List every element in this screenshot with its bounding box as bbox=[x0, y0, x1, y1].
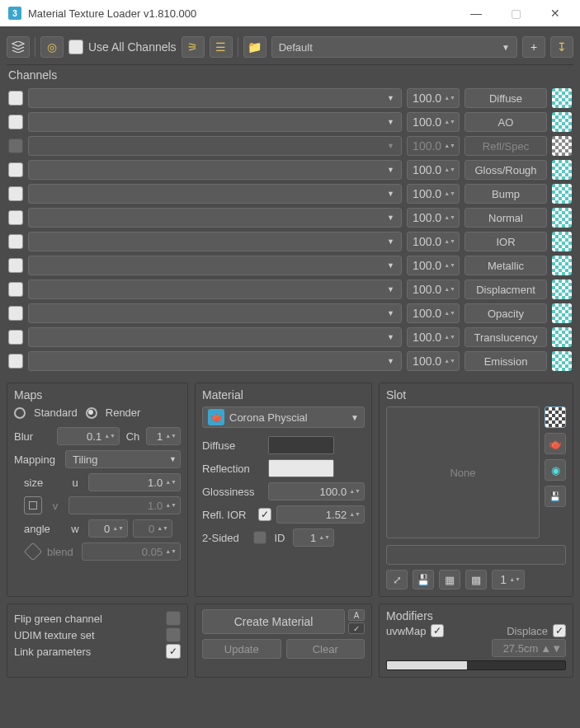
channel-10-checkbox[interactable] bbox=[8, 330, 23, 345]
ior-checkbox[interactable]: ✓ bbox=[258, 508, 271, 521]
blend-spinner[interactable]: 0.05▲▼ bbox=[82, 542, 181, 561]
channel-4-combo[interactable]: ▼ bbox=[28, 184, 402, 204]
channel-0-checkbox[interactable] bbox=[8, 91, 23, 106]
channel-4-checkbox[interactable] bbox=[8, 186, 23, 201]
mapping-combo[interactable]: Tiling▼ bbox=[65, 450, 181, 468]
save-preset-button[interactable]: ↧ bbox=[550, 36, 573, 58]
channel-0-button[interactable]: Diffuse bbox=[464, 88, 547, 108]
channel-7-checkbox[interactable] bbox=[8, 258, 23, 273]
channel-10-button[interactable]: Translucency bbox=[464, 327, 547, 347]
uvwmap-checkbox[interactable]: ✓ bbox=[431, 624, 444, 637]
channel-5-button[interactable]: Normal bbox=[464, 208, 547, 228]
channel-2-button[interactable]: Refl/Spec bbox=[464, 136, 547, 156]
channel-8-swatch[interactable] bbox=[552, 279, 572, 299]
diffuse-color[interactable] bbox=[268, 436, 334, 454]
slot-sphere-button[interactable]: ◉ bbox=[545, 459, 566, 481]
flip-green-checkbox[interactable] bbox=[166, 611, 181, 626]
channel-2-swatch[interactable] bbox=[552, 136, 572, 156]
channel-0-swatch[interactable] bbox=[552, 88, 572, 108]
channel-3-checkbox[interactable] bbox=[8, 162, 23, 177]
slot-checker-button[interactable] bbox=[545, 406, 566, 428]
slot-tool-1[interactable]: ⤢ bbox=[386, 570, 408, 589]
channel-3-button[interactable]: Gloss/Rough bbox=[464, 160, 547, 180]
channel-10-combo[interactable]: ▼ bbox=[28, 327, 402, 347]
slot-tool-4[interactable]: ▩ bbox=[465, 570, 487, 589]
channel-3-spinner[interactable]: 100.0▲▼ bbox=[407, 160, 460, 180]
minimize-button[interactable]: — bbox=[460, 0, 493, 26]
channel-2-combo[interactable]: ▼ bbox=[28, 136, 402, 156]
channel-5-swatch[interactable] bbox=[552, 208, 572, 228]
channel-4-spinner[interactable]: 100.0▲▼ bbox=[407, 184, 460, 204]
channel-9-checkbox[interactable] bbox=[8, 306, 23, 321]
layers-button[interactable] bbox=[7, 36, 30, 58]
channel-8-spinner[interactable]: 100.0▲▼ bbox=[407, 279, 460, 299]
channel-11-swatch[interactable] bbox=[552, 351, 572, 371]
ior-spinner[interactable]: 1.52▲▼ bbox=[276, 505, 365, 524]
channel-11-checkbox[interactable] bbox=[8, 354, 23, 369]
channel-0-spinner[interactable]: 100.0▲▼ bbox=[407, 88, 460, 108]
channel-11-spinner[interactable]: 100.0▲▼ bbox=[407, 351, 460, 371]
channel-9-button[interactable]: Opacity bbox=[464, 303, 547, 323]
a-toggle-bottom[interactable]: ✓ bbox=[348, 622, 365, 634]
angle-lock-button[interactable] bbox=[24, 542, 43, 561]
ch-spinner[interactable]: 1▲▼ bbox=[146, 427, 181, 445]
channel-6-button[interactable]: IOR bbox=[464, 232, 547, 251]
channel-7-swatch[interactable] bbox=[552, 256, 572, 275]
channel-4-swatch[interactable] bbox=[552, 184, 572, 204]
channel-11-combo[interactable]: ▼ bbox=[28, 351, 402, 371]
w2-spinner[interactable]: 0▲▼ bbox=[133, 519, 172, 538]
channel-2-spinner[interactable]: 100.0▲▼ bbox=[407, 136, 460, 156]
channel-7-spinner[interactable]: 100.0▲▼ bbox=[407, 256, 460, 275]
slot-teapot-button[interactable]: 🫖 bbox=[545, 433, 566, 454]
create-material-button[interactable]: Create Material bbox=[202, 609, 345, 634]
channel-6-spinner[interactable]: 100.0▲▼ bbox=[407, 232, 460, 251]
channel-7-button[interactable]: Metallic bbox=[464, 256, 547, 275]
id-spinner[interactable]: 1▲▼ bbox=[293, 528, 334, 547]
channel-6-checkbox[interactable] bbox=[8, 234, 23, 249]
channel-3-swatch[interactable] bbox=[552, 160, 572, 180]
udim-checkbox[interactable] bbox=[166, 627, 181, 642]
reflection-color[interactable] bbox=[268, 459, 334, 477]
channel-5-spinner[interactable]: 100.0▲▼ bbox=[407, 208, 460, 228]
channel-8-button[interactable]: Displacment bbox=[464, 279, 547, 299]
use-all-channels-checkbox[interactable] bbox=[68, 40, 83, 54]
channel-8-checkbox[interactable] bbox=[8, 282, 23, 297]
slot-tool-3[interactable]: ▦ bbox=[439, 570, 460, 589]
channel-1-combo[interactable]: ▼ bbox=[28, 112, 402, 132]
channel-5-combo[interactable]: ▼ bbox=[28, 208, 402, 228]
clear-button[interactable]: Clear bbox=[286, 639, 365, 659]
displace-checkbox[interactable]: ✓ bbox=[553, 624, 566, 637]
channel-3-combo[interactable]: ▼ bbox=[28, 160, 402, 180]
filter-button-1[interactable]: ⚞ bbox=[182, 36, 205, 58]
slot-tool-2[interactable]: 💾 bbox=[413, 570, 434, 589]
a-toggle-top[interactable]: A bbox=[348, 609, 365, 621]
size-lock-button[interactable] bbox=[24, 496, 42, 514]
close-button[interactable]: ✕ bbox=[539, 0, 572, 26]
slot-preview[interactable]: None bbox=[386, 406, 540, 538]
channel-1-checkbox[interactable] bbox=[8, 115, 23, 129]
material-type-combo[interactable]: 🫖 Corona Physcial ▼ bbox=[202, 406, 365, 428]
channel-11-button[interactable]: Emission bbox=[464, 351, 547, 371]
maximize-button[interactable]: ▢ bbox=[499, 0, 532, 26]
channel-9-spinner[interactable]: 100.0▲▼ bbox=[407, 303, 460, 323]
preset-combo[interactable]: Default ▼ bbox=[271, 36, 517, 58]
render-radio[interactable] bbox=[86, 407, 97, 419]
channel-5-checkbox[interactable] bbox=[8, 210, 23, 225]
slot-save-button[interactable]: 💾 bbox=[545, 486, 566, 507]
displace-distance-spinner[interactable]: 27.5cm▲▼ bbox=[492, 639, 566, 657]
twosided-checkbox[interactable] bbox=[253, 531, 266, 544]
channel-1-button[interactable]: AO bbox=[464, 112, 547, 132]
channel-1-spinner[interactable]: 100.0▲▼ bbox=[407, 112, 460, 132]
displace-slider[interactable] bbox=[386, 660, 566, 670]
add-preset-button[interactable]: + bbox=[522, 36, 545, 58]
slot-name-field[interactable] bbox=[386, 545, 566, 565]
channel-9-swatch[interactable] bbox=[552, 303, 572, 323]
channel-8-combo[interactable]: ▼ bbox=[28, 279, 402, 299]
coins-button[interactable]: ◎ bbox=[40, 36, 64, 58]
channel-6-combo[interactable]: ▼ bbox=[28, 232, 402, 251]
blur-spinner[interactable]: 0.1▲▼ bbox=[57, 427, 120, 445]
slot-count-spinner[interactable]: 1▲▼ bbox=[492, 570, 525, 589]
folder-button[interactable]: 📁 bbox=[243, 36, 266, 58]
standard-radio[interactable] bbox=[14, 407, 26, 419]
w-spinner[interactable]: 0▲▼ bbox=[88, 519, 128, 538]
